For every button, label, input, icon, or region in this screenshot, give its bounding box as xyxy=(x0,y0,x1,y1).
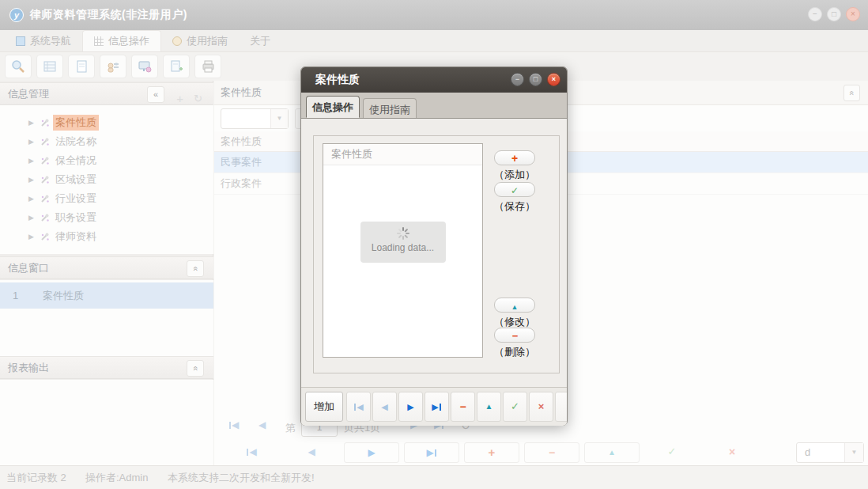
first-page-icon[interactable]: ◀ xyxy=(228,419,239,430)
tool-icon xyxy=(40,156,50,166)
next-record-icon[interactable]: ▶ xyxy=(344,442,399,463)
report-output-panel-header[interactable]: 报表输出 « xyxy=(0,356,213,379)
info-tree: ▶ 案件性质 ▶ 法院名称 ▶ 保全情况 ▶ 区域设置 ▶ xyxy=(0,105,213,254)
cancel-icon[interactable]: × xyxy=(529,392,553,422)
maximize-icon[interactable]: □ xyxy=(827,7,841,21)
case-nature-list: 案件性质 xyxy=(323,143,483,358)
expand-arrow-icon[interactable]: ▶ xyxy=(28,214,40,222)
last-record-icon[interactable]: ▶ xyxy=(425,392,449,422)
save-record-icon[interactable]: ✓ xyxy=(503,392,527,422)
case-nature-dialog: 案件性质 − □ × 信息操作 使用指南 案件性质 xyxy=(300,66,568,426)
tool-icon xyxy=(40,232,50,242)
close-icon[interactable]: × xyxy=(846,7,860,21)
save-record-icon[interactable]: ✓ xyxy=(644,442,700,463)
tab-info-operation[interactable]: 信息操作 xyxy=(82,30,161,51)
prev-record-icon[interactable]: ◀ xyxy=(372,392,397,422)
tree-item-preservation[interactable]: ▶ 保全情况 xyxy=(0,151,213,170)
modify-record-icon[interactable]: ▲ xyxy=(584,442,640,463)
info-window-panel-header[interactable]: 信息窗口 « xyxy=(0,256,213,279)
first-record-icon[interactable]: ◀ xyxy=(346,392,371,422)
modify-button[interactable]: ▲ xyxy=(494,298,535,313)
delete-button[interactable]: − xyxy=(494,328,535,343)
list-item-index: 1 xyxy=(13,290,35,301)
sidebar: 信息管理 « + ↻ ▶ 案件性质 ▶ 法院名称 ▶ 保全情况 xyxy=(0,81,213,465)
minus-icon: − xyxy=(512,330,518,342)
record-dropdown[interactable]: d ▼ xyxy=(796,442,864,463)
report-add-icon xyxy=(168,59,184,74)
save-button[interactable]: ✓ xyxy=(494,182,535,197)
close-icon[interactable]: × xyxy=(547,73,560,86)
tab-info-operation[interactable]: 信息操作 xyxy=(306,96,360,118)
add-record-icon[interactable]: + xyxy=(464,442,519,463)
tree-item-position-settings[interactable]: ▶ 职务设置 xyxy=(0,208,213,227)
tab-label: 关于 xyxy=(250,34,270,48)
expand-arrow-icon[interactable]: ▶ xyxy=(28,138,40,146)
dialog-title: 案件性质 xyxy=(315,73,360,87)
user-settings-button[interactable] xyxy=(100,55,126,78)
delete-record-icon[interactable]: − xyxy=(451,392,475,422)
tree-item-partial xyxy=(0,105,213,113)
tab-user-guide[interactable]: 使用指南 xyxy=(161,30,239,51)
next-record-icon[interactable]: ▶ xyxy=(398,392,423,422)
tab-label: 信息操作 xyxy=(108,34,149,48)
guide-circle-icon xyxy=(172,36,182,46)
expand-arrow-icon[interactable]: ▶ xyxy=(28,176,40,184)
add-label: （添加） xyxy=(483,168,546,182)
list-item[interactable]: 1 案件性质 xyxy=(0,282,213,309)
page-title: 案件性质 xyxy=(221,86,262,98)
collapse-up-icon[interactable]: « xyxy=(187,360,204,377)
chevron-down-icon[interactable]: ▼ xyxy=(844,443,863,462)
loading-indicator: Loading data... xyxy=(360,222,446,263)
tree-item-region-settings[interactable]: ▶ 区域设置 xyxy=(0,170,213,189)
info-management-panel-header[interactable]: 信息管理 « + ↻ xyxy=(0,82,213,105)
first-record-icon[interactable]: ◀ xyxy=(224,442,279,463)
tree-item-case-nature[interactable]: ▶ 案件性质 xyxy=(0,113,213,132)
maximize-icon[interactable]: □ xyxy=(529,73,542,86)
prev-page-icon[interactable]: ◀ xyxy=(259,419,266,430)
monitor-button[interactable] xyxy=(131,55,158,78)
check-icon: ✓ xyxy=(511,185,519,196)
collapse-left-icon[interactable]: « xyxy=(147,86,164,103)
tree-label: 律师资料 xyxy=(53,229,99,244)
prev-record-icon[interactable]: ◀ xyxy=(284,442,339,463)
minimize-icon[interactable]: − xyxy=(808,7,822,21)
add-button[interactable]: + xyxy=(494,150,535,165)
toolbar-button-partial[interactable] xyxy=(555,392,567,422)
tab-system-nav[interactable]: 系统导航 xyxy=(5,30,82,51)
cancel-icon[interactable]: × xyxy=(704,442,760,463)
document-button[interactable] xyxy=(68,55,95,78)
report-add-button[interactable] xyxy=(163,55,190,78)
printer-button[interactable] xyxy=(194,55,221,78)
collapse-up-icon[interactable]: « xyxy=(843,85,860,101)
filter-dropdown[interactable]: ▼ xyxy=(221,108,289,129)
main-titlebar: y 律师资料管理系统(非注册用户) − □ × xyxy=(0,0,868,30)
tree-item-court-name[interactable]: ▶ 法院名称 xyxy=(0,132,213,151)
search-icon xyxy=(10,59,26,74)
printer-icon xyxy=(200,59,216,74)
tree-item-lawyer-data[interactable]: ▶ 律师资料 xyxy=(0,227,213,246)
tree-label: 行业设置 xyxy=(53,191,99,207)
list-column-header[interactable]: 案件性质 xyxy=(323,144,482,165)
tab-user-guide[interactable]: 使用指南 xyxy=(363,98,417,118)
tree-label: 区域设置 xyxy=(53,172,99,188)
tree-label: 案件性质 xyxy=(53,115,99,131)
data-list-button[interactable] xyxy=(36,55,63,78)
tree-item-industry-settings[interactable]: ▶ 行业设置 xyxy=(0,189,213,208)
status-message: 本系统支持二次开发和全新开发! xyxy=(168,466,315,489)
expand-arrow-icon[interactable]: ▶ xyxy=(28,119,40,127)
minimize-icon[interactable]: − xyxy=(511,73,524,86)
collapse-up-icon[interactable]: « xyxy=(187,260,204,277)
expand-arrow-icon[interactable]: ▶ xyxy=(28,157,40,165)
tab-about[interactable]: 关于 xyxy=(239,30,281,51)
delete-record-icon[interactable]: − xyxy=(524,442,579,463)
record-toolbar: ◀ ◀ ▶ ▶ + − ▲ ✓ × d ▼ xyxy=(214,442,868,465)
document-icon xyxy=(74,59,89,74)
expand-arrow-icon[interactable]: ▶ xyxy=(28,233,40,241)
expand-arrow-icon[interactable]: ▶ xyxy=(28,195,40,203)
last-record-icon[interactable]: ▶ xyxy=(404,442,459,463)
modify-record-icon[interactable]: ▲ xyxy=(477,392,501,422)
chevron-down-icon[interactable]: ▼ xyxy=(270,109,288,128)
search-button[interactable] xyxy=(5,55,32,78)
add-row-button[interactable]: 增加 xyxy=(305,392,343,422)
user-settings-icon xyxy=(105,59,121,74)
